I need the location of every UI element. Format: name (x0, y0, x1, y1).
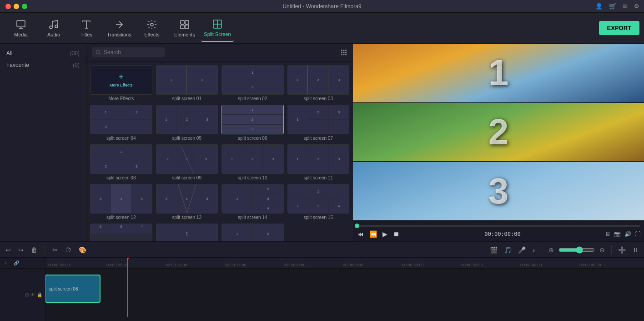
search-icon (96, 50, 101, 55)
panel-header (86, 44, 353, 61)
export-button[interactable]: EXPORT (599, 21, 639, 35)
mark-15: 00:00:15:00 (225, 263, 284, 267)
toolbar: Media Audio Titles Transitions Effects E… (0, 13, 644, 44)
minimize-button[interactable] (14, 4, 19, 9)
grid-item-11[interactable]: 1 2 3 split screen 11 (287, 144, 350, 180)
prev-frame-button[interactable]: ⏪ (368, 229, 378, 239)
tool-effects[interactable]: Effects (136, 15, 168, 42)
grid-item-02[interactable]: 1 2 split screen 02 (221, 65, 284, 101)
stop-button[interactable]: ⏹ (392, 229, 400, 239)
collapse-track-button[interactable]: ⊟ (25, 292, 29, 297)
play-button[interactable]: ▶ (382, 229, 388, 239)
search-box[interactable] (92, 47, 165, 57)
grid-item-04[interactable]: 1 2 3 split screen 04 (90, 105, 152, 141)
zoom-out-button[interactable]: ⊖ (598, 245, 607, 255)
window-icons: 👤🛒✉⚙ (595, 3, 639, 10)
playhead-dot (355, 224, 359, 228)
tool-media-label: Media (14, 32, 28, 37)
tool-media[interactable]: Media (5, 15, 37, 42)
clip-label: split screen 06 (49, 286, 78, 291)
grid-item-07[interactable]: 1 2 3 split screen 07 (287, 105, 350, 141)
grid-item-12[interactable]: 2 1 3 split screen 12 (90, 184, 152, 220)
svg-rect-6 (181, 25, 184, 29)
play-buttons: ⏮ ⏪ ▶ ⏹ (357, 229, 400, 239)
split09-label: split screen 09 (172, 175, 201, 180)
audio-track-button[interactable]: 🎵 (502, 245, 513, 255)
split01-label: split screen 01 (172, 96, 201, 101)
grid-item-14[interactable]: 1 2 3 4 split screen 14 (221, 184, 284, 220)
maximize-button[interactable] (22, 4, 27, 9)
svg-line-22 (187, 184, 196, 213)
lock-button[interactable]: 🔒 (37, 292, 42, 297)
redo-button[interactable]: ↪ (16, 245, 25, 255)
close-button[interactable] (5, 4, 11, 9)
speed-button[interactable]: ⏱ (63, 245, 73, 255)
grid-item-10[interactable]: 1 2 3 split screen 10 (221, 144, 284, 180)
svg-point-12 (346, 50, 347, 51)
grid-item-03[interactable]: 1 2 3 split screen 03 (287, 65, 350, 101)
grid-item-16[interactable]: 2 3 4 (90, 224, 152, 241)
playhead (127, 258, 128, 317)
tool-titles[interactable]: Titles (70, 15, 103, 42)
grid-item-08[interactable]: 1 2 3 split screen 08 (90, 144, 152, 180)
step-back-button[interactable]: ⏮ (357, 229, 365, 239)
grid-item-15[interactable]: 1 2 3 4 split screen 15 (287, 184, 350, 220)
timeline-clip[interactable]: split screen 06 (45, 275, 100, 302)
svg-rect-0 (17, 20, 25, 27)
snapshot-button[interactable]: 📷 (614, 231, 621, 237)
split07-label: split screen 07 (304, 136, 333, 141)
grid-item-more-effects[interactable]: + More Effects More Effects (90, 65, 152, 101)
grid-item-01[interactable]: 1 2 split screen 01 (156, 65, 218, 101)
pause-button[interactable]: ⏸ (630, 245, 640, 255)
tool-split-screen[interactable]: Split Screen (201, 15, 234, 42)
delete-button[interactable]: 🗑 (29, 245, 39, 255)
grid-item-06[interactable]: 1 2 3 split screen 06 (221, 105, 284, 141)
playback-controls: ⏮ ⏪ ▶ ⏹ 00:00:00:00 🖥 📷 🔊 ⛶ (357, 229, 640, 239)
tool-elements[interactable]: Elements (168, 15, 201, 42)
tool-elements-label: Elements (174, 32, 195, 37)
grid-item-13[interactable]: 2 1 3 split screen 13 (156, 184, 218, 220)
sidebar-item-all[interactable]: All (30) (0, 47, 86, 59)
tool-audio[interactable]: Audio (37, 15, 70, 42)
split-screen-grid: 1 2 3 split screen 04 1 2 3 s (86, 101, 353, 241)
timeline-right-tools: 🎬 🎵 🎤 ♪ ⊕ ⊖ ➕ ⏸ (488, 245, 640, 255)
grid-item-17[interactable]: 1 (156, 224, 218, 241)
fullscreen-button[interactable]: ⛶ (635, 231, 640, 237)
add-button[interactable]: ➕ (616, 245, 628, 255)
grid-item-09[interactable]: 2 1 3 split screen 09 (156, 144, 218, 180)
add-media-button[interactable]: + (3, 260, 9, 266)
timeline: ↩ ↪ 🗑 ✂ ⏱ 🎨 🎬 🎵 🎤 ♪ ⊕ ⊖ ➕ ⏸ + 🔗 ⊟ (0, 241, 644, 321)
main-content: All (30) Favourite (0) (0, 44, 644, 241)
sidebar-item-favourite[interactable]: Favourite (0) (0, 59, 86, 71)
link-button[interactable]: 🔗 (12, 260, 21, 266)
grid-item-18[interactable]: 1 2 (221, 224, 284, 241)
tool-transitions-label: Transitions (107, 32, 131, 37)
split12-label: split screen 12 (106, 215, 136, 220)
visibility-button[interactable]: 👁 (30, 292, 35, 297)
toolbar-separator-3 (611, 245, 612, 255)
svg-point-18 (346, 54, 347, 55)
grid-options-icon[interactable] (340, 49, 347, 56)
add-track-button[interactable]: 🎬 (488, 245, 499, 255)
split02-label: split screen 02 (238, 96, 267, 101)
zoom-slider[interactable] (558, 246, 595, 254)
pip-button[interactable]: 🖥 (605, 231, 610, 237)
preview-section-3: 3 (353, 162, 644, 221)
voiceover-button[interactable]: 🎤 (516, 245, 528, 255)
mark-40: 00:00:40:00 (520, 263, 579, 267)
undo-button[interactable]: ↩ (4, 245, 13, 255)
playback-bar[interactable] (357, 225, 640, 227)
volume-button[interactable]: 🔊 (624, 231, 631, 237)
grid-item-05[interactable]: 1 2 3 split screen 05 (156, 105, 218, 141)
svg-point-14 (343, 52, 344, 53)
ruler-marks: 00:00:00:00 00:00:05:00 00:00:10:00 00:0… (47, 258, 644, 268)
color-button[interactable]: 🎨 (77, 245, 88, 255)
search-input[interactable] (104, 49, 158, 56)
tool-transitions[interactable]: Transitions (103, 15, 136, 42)
svg-point-13 (341, 52, 342, 53)
cut-button[interactable]: ✂ (50, 245, 60, 255)
music-button[interactable]: ♪ (530, 245, 537, 255)
zoom-in-button[interactable]: ⊕ (547, 245, 556, 255)
svg-rect-7 (185, 25, 189, 29)
svg-point-1 (50, 26, 52, 29)
